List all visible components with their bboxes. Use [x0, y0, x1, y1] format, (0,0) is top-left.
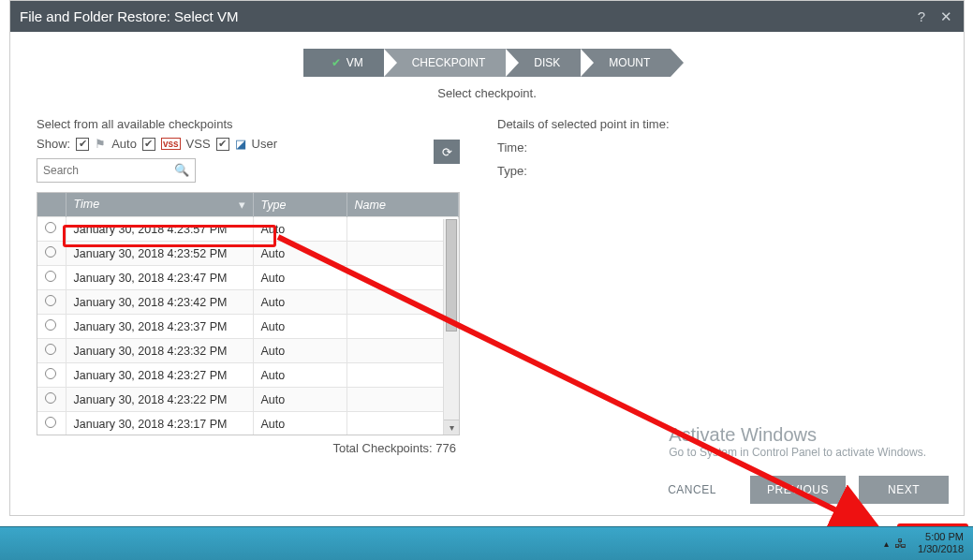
row-radio[interactable] [37, 217, 66, 242]
wizard-steps: ✔VM CHECKPOINT DISK MOUNT [10, 49, 964, 77]
details-time-label: Time: [497, 140, 937, 155]
table-row[interactable]: January 30, 2018 4:23:52 PMAuto [37, 242, 459, 266]
sort-desc-icon: ▾ [239, 198, 245, 212]
vss-icon: vss [161, 138, 181, 150]
checkpoint-table: Time▾ Type Name January 30, 2018 4:23:57… [37, 192, 460, 435]
search-box: 🔍 [37, 158, 196, 183]
left-heading: Select from all available checkpoints [37, 117, 460, 131]
col-radio [37, 193, 66, 217]
scrollbar[interactable]: ▾ [443, 219, 459, 435]
filter-vss-label: VSS [186, 137, 211, 151]
cancel-button[interactable]: CANCEL [647, 476, 737, 504]
dialog-title: File and Folder Restore: Select VM [20, 8, 238, 24]
search-icon[interactable]: 🔍 [174, 163, 189, 177]
col-type[interactable]: Type [253, 193, 346, 217]
table-row[interactable]: January 30, 2018 4:23:57 PMAuto [37, 217, 459, 242]
col-time[interactable]: Time▾ [66, 193, 253, 217]
flag-icon: ⚑ [95, 137, 106, 151]
scroll-down-icon[interactable]: ▾ [444, 420, 459, 435]
check-icon: ✔ [332, 56, 341, 69]
details-heading: Details of selected point in time: [497, 117, 937, 131]
previous-button[interactable]: PREVIOUS [750, 476, 846, 504]
row-radio[interactable] [37, 388, 66, 412]
restore-dialog: File and Folder Restore: Select VM ? ✕ ✔… [9, 0, 965, 516]
row-name [346, 339, 459, 363]
scroll-thumb[interactable] [446, 219, 457, 332]
row-name [346, 412, 459, 436]
row-radio[interactable] [37, 363, 66, 388]
row-radio[interactable] [37, 266, 66, 290]
table-row[interactable]: January 30, 2018 4:23:32 PMAuto [37, 339, 459, 363]
total-checkpoints: Total Checkpoints: 776 [37, 441, 460, 455]
table-row[interactable]: January 30, 2018 4:23:17 PMAuto [37, 412, 459, 436]
row-type: Auto [253, 242, 346, 266]
row-type: Auto [253, 290, 346, 315]
row-time: January 30, 2018 4:23:32 PM [66, 339, 253, 363]
dialog-subtitle: Select checkpoint. [10, 86, 964, 100]
row-time: January 30, 2018 4:23:47 PM [66, 266, 253, 290]
row-name [346, 290, 459, 315]
row-type: Auto [253, 217, 346, 242]
tray-time: 5:00 PM [918, 531, 964, 543]
row-time: January 30, 2018 4:23:57 PM [66, 217, 253, 242]
row-radio[interactable] [37, 412, 66, 436]
row-type: Auto [253, 266, 346, 290]
close-icon[interactable]: ✕ [937, 8, 954, 25]
next-button[interactable]: NEXT [859, 476, 949, 504]
row-time: January 30, 2018 4:23:27 PM [66, 363, 253, 388]
row-name [346, 315, 459, 339]
row-time: January 30, 2018 4:23:52 PM [66, 242, 253, 266]
row-name [346, 363, 459, 388]
show-label: Show: [37, 137, 70, 151]
row-radio[interactable] [37, 339, 66, 363]
step-disk[interactable]: DISK [506, 49, 581, 77]
step-checkpoint[interactable]: CHECKPOINT [384, 49, 507, 77]
row-type: Auto [253, 315, 346, 339]
row-time: January 30, 2018 4:23:17 PM [66, 412, 253, 436]
dialog-footer: CANCEL PREVIOUS NEXT [647, 476, 949, 504]
table-row[interactable]: January 30, 2018 4:23:47 PMAuto [37, 266, 459, 290]
taskbar: ▴ 🖧 5:00 PM 1/30/2018 [0, 526, 973, 560]
table-row[interactable]: January 30, 2018 4:23:42 PMAuto [37, 290, 459, 315]
row-radio[interactable] [37, 315, 66, 339]
row-name [346, 388, 459, 412]
filter-user-label: User [252, 137, 277, 151]
row-name [346, 266, 459, 290]
row-radio[interactable] [37, 242, 66, 266]
row-type: Auto [253, 339, 346, 363]
dialog-header: File and Folder Restore: Select VM ? ✕ [10, 1, 964, 32]
filter-auto-label: Auto [111, 137, 137, 151]
windows-watermark: Activate Windows Go to System in Control… [669, 424, 926, 459]
row-time: January 30, 2018 4:23:37 PM [66, 315, 253, 339]
row-time: January 30, 2018 4:23:22 PM [66, 388, 253, 412]
step-mount[interactable]: MOUNT [581, 49, 671, 77]
checkbox-user[interactable]: ✔ [216, 138, 229, 151]
details-type-label: Type: [497, 164, 937, 178]
tray-overflow-icon[interactable]: ▴ [884, 538, 889, 549]
network-icon[interactable]: 🖧 [894, 537, 907, 551]
help-icon[interactable]: ? [913, 8, 930, 25]
refresh-button[interactable]: ⟳ [434, 140, 460, 164]
checkbox-auto[interactable]: ✔ [76, 138, 89, 151]
step-vm[interactable]: ✔VM [303, 49, 384, 77]
table-row[interactable]: January 30, 2018 4:23:22 PMAuto [37, 388, 459, 412]
filter-row: Show: ✔ ⚑ Auto ✔ vss VSS ✔ ◪ User [37, 137, 460, 151]
tray-date: 1/30/2018 [918, 543, 964, 555]
row-name [346, 242, 459, 266]
tray-clock[interactable]: 5:00 PM 1/30/2018 [912, 529, 969, 557]
row-type: Auto [253, 412, 346, 436]
row-type: Auto [253, 388, 346, 412]
system-tray: ▴ 🖧 5:00 PM 1/30/2018 [884, 528, 969, 558]
row-name [346, 217, 459, 242]
table-row[interactable]: January 30, 2018 4:23:27 PMAuto [37, 363, 459, 388]
search-input[interactable] [37, 159, 169, 182]
col-name[interactable]: Name [346, 193, 459, 217]
row-time: January 30, 2018 4:23:42 PM [66, 290, 253, 315]
user-icon: ◪ [235, 137, 246, 151]
row-radio[interactable] [37, 290, 66, 315]
checkbox-vss[interactable]: ✔ [142, 138, 155, 151]
row-type: Auto [253, 363, 346, 388]
table-row[interactable]: January 30, 2018 4:23:37 PMAuto [37, 315, 459, 339]
